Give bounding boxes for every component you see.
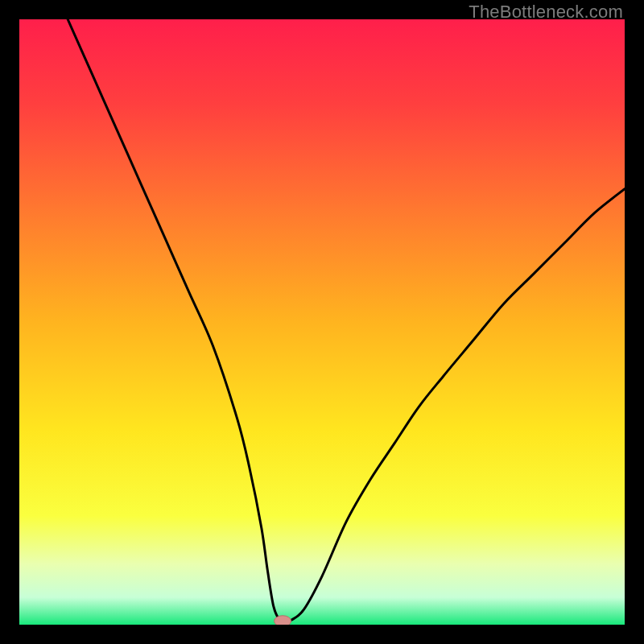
watermark-text: TheBottleneck.com bbox=[469, 2, 623, 23]
chart-frame bbox=[19, 19, 625, 625]
bottleneck-chart bbox=[19, 19, 625, 625]
minimum-marker bbox=[275, 616, 291, 625]
gradient-background bbox=[19, 19, 625, 625]
